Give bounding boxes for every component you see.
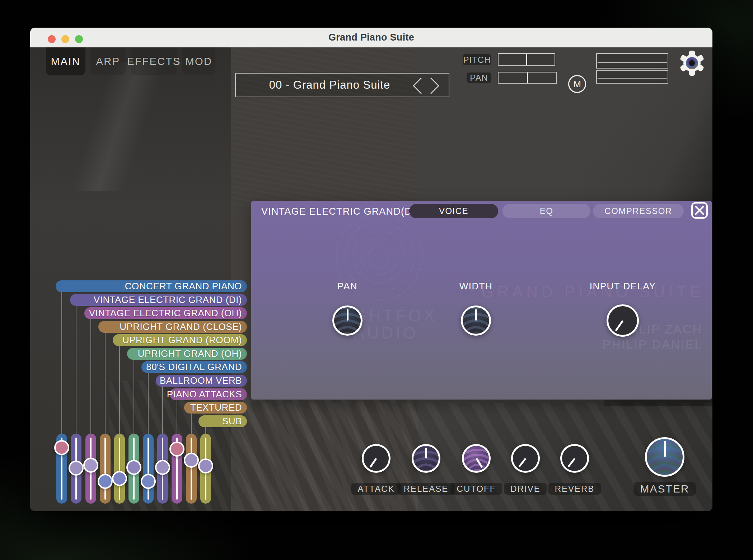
preset-selector[interactable]: 00 - Grand Piano Suite [235, 73, 449, 97]
preset-prev-next-icons[interactable] [411, 76, 442, 95]
track-volume-slider-concert-grand[interactable] [56, 434, 67, 504]
tab-arp-label: ARP [96, 56, 120, 67]
slider-thumb[interactable] [155, 460, 170, 475]
drive-knob-label: DRIVE [504, 483, 547, 495]
slider-thumb[interactable] [141, 474, 156, 489]
track-pill-80s-digital[interactable]: 80'S DIGITAL GRAND [141, 361, 247, 373]
knob-pointer [567, 458, 575, 467]
input-delay-knob[interactable] [607, 304, 639, 337]
track-volume-slider-sub[interactable] [200, 434, 211, 504]
preset-name: 00 - Grand Piano Suite [269, 79, 390, 92]
pitch-slider[interactable] [498, 53, 555, 66]
slider-thumb[interactable] [69, 461, 84, 476]
track-label: BALLROOM VERB [160, 375, 242, 386]
level-meter-top[interactable] [596, 53, 668, 69]
reverb-knob-label: REVERB [548, 483, 601, 495]
mono-button[interactable]: M [568, 75, 586, 93]
cutoff-knob[interactable] [462, 444, 491, 473]
input-delay-knob-label: INPUT DELAY [590, 281, 656, 292]
meter-line [598, 78, 667, 79]
window-title: Grand Piano Suite [30, 28, 712, 47]
slider-thumb[interactable] [83, 458, 98, 473]
pitch-label-text: PITCH [463, 55, 491, 65]
chevron-left-icon [413, 78, 421, 94]
plugin-content: MAIN ARP EFFECTS MOD 00 - Grand Piano Su… [30, 47, 712, 511]
panel-title: VINTAGE ELECTRIC GRAND(DI) [261, 206, 419, 217]
attack-knob[interactable] [362, 444, 390, 473]
meter-line [598, 62, 667, 63]
width-knob[interactable] [461, 305, 491, 336]
slider-rail [119, 438, 120, 500]
track-label: TEXTURED [190, 402, 242, 413]
track-pill-upright-oh[interactable]: UPRIGHT GRAND (OH) [127, 348, 247, 360]
track-label: UPRIGHT GRAND (OH) [138, 348, 242, 359]
track-volume-slider-textured[interactable] [186, 434, 197, 504]
pan-slider-handle[interactable] [527, 73, 528, 83]
panel-tab-eq[interactable]: EQ [502, 204, 590, 218]
track-volume-slider-upright-close[interactable] [100, 434, 111, 504]
slider-thumb[interactable] [184, 453, 199, 468]
release-knob[interactable] [412, 444, 440, 473]
track-pill-concert-grand[interactable]: CONCERT GRAND PIANO [56, 280, 247, 292]
track-label: CONCERT GRAND PIANO [125, 281, 242, 292]
track-volume-slider-upright-room[interactable] [114, 434, 125, 504]
track-connector [205, 427, 206, 434]
knob-pointer [347, 309, 349, 321]
reverb-knob[interactable] [560, 444, 589, 473]
track-connector [61, 292, 62, 434]
panel-tab-voice[interactable]: VOICE [409, 204, 498, 218]
tab-arp[interactable]: ARP [90, 47, 126, 75]
slider-thumb[interactable] [112, 471, 127, 486]
track-pill-vintage-electric-di[interactable]: VINTAGE ELECTRIC GRAND (DI) [70, 294, 247, 306]
knob-pointer [518, 458, 526, 467]
pan-slider[interactable] [498, 72, 557, 84]
tab-effects[interactable]: EFFECTS [131, 47, 177, 75]
slider-rail [148, 438, 149, 500]
track-pill-textured[interactable]: TEXTURED [184, 402, 247, 414]
pan-knob[interactable] [332, 305, 363, 336]
knob-pointer [476, 458, 483, 468]
track-volume-slider-upright-oh[interactable] [128, 434, 139, 504]
track-pill-piano-attacks[interactable]: PIANO ATTACKS [170, 388, 247, 400]
panel-close-button[interactable] [691, 202, 708, 219]
level-meter-bottom[interactable] [596, 70, 668, 84]
track-connector [162, 387, 163, 434]
track-label: 80'S DIGITAL GRAND [146, 361, 242, 373]
panel-tab-compressor[interactable]: COMPRESSOR [593, 204, 684, 218]
track-volume-slider-vintage-electric-oh[interactable] [85, 434, 96, 504]
track-pill-upright-close[interactable]: UPRIGHT GRAND (CLOSE) [98, 321, 247, 333]
knob-pointer [369, 458, 377, 468]
slider-thumb[interactable] [54, 440, 69, 455]
settings-gear-icon[interactable] [679, 50, 705, 76]
track-pill-vintage-electric-oh[interactable]: VINTAGE ELECTRIC GRAND (OH) [84, 307, 247, 319]
track-connector [76, 306, 76, 434]
track-connector [119, 346, 120, 434]
master-knob[interactable] [645, 437, 684, 477]
slider-thumb[interactable] [169, 442, 184, 457]
close-icon [693, 204, 706, 217]
slider-thumb[interactable] [98, 474, 113, 489]
track-connector [90, 319, 91, 434]
slider-thumb[interactable] [126, 460, 141, 475]
track-connector [134, 360, 134, 434]
track-volume-slider-ballroom-verb[interactable] [157, 434, 168, 504]
knob-pointer [664, 441, 666, 457]
drive-knob[interactable] [511, 444, 540, 473]
track-pill-ballroom-verb[interactable]: BALLROOM VERB [156, 375, 247, 387]
tab-main[interactable]: MAIN [46, 47, 85, 75]
release-knob-label: RELEASE [397, 483, 455, 495]
track-volume-slider-piano-attacks[interactable] [172, 434, 182, 504]
track-volume-slider-80s-digital[interactable] [143, 434, 154, 504]
track-volume-slider-vintage-electric-di[interactable] [71, 434, 81, 504]
slider-thumb[interactable] [198, 458, 213, 473]
tab-mod[interactable]: MOD [182, 47, 215, 75]
pitch-slider-handle[interactable] [526, 54, 527, 65]
track-pill-upright-room[interactable]: UPRIGHT GRAND (ROOM) [113, 334, 247, 346]
track-pill-sub[interactable]: SUB [198, 415, 247, 427]
track-label: VINTAGE ELECTRIC GRAND (DI) [94, 294, 242, 305]
app-window: Grand Piano Suite MAIN ARP EFFECTS MOD 0… [30, 28, 712, 511]
knob-pointer [475, 309, 477, 321]
track-connector [177, 400, 177, 434]
pitch-label: PITCH [463, 54, 491, 65]
slider-rail [191, 438, 192, 500]
